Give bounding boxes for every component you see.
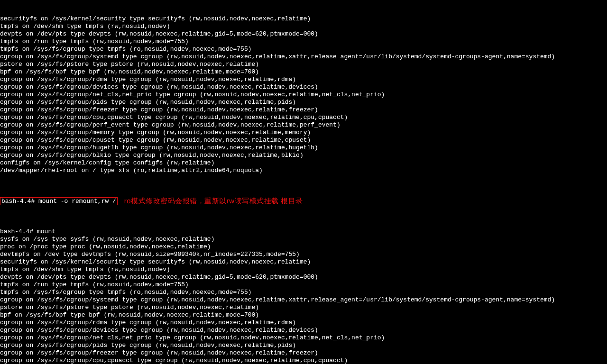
terminal-output-line: devtmpfs on /dev type devtmpfs (rw,nosui… — [0, 251, 607, 258]
terminal-output-line: securityfs on /sys/kernel/security type … — [0, 15, 607, 23]
annotation-text: ro模式修改密码会报错，重新以rw读写模式挂载 根目录 — [124, 197, 303, 205]
terminal-output-line: cgroup on /sys/fs/cgroup/cpu,cpuacct typ… — [0, 114, 607, 121]
terminal-output-line: bash-4.4# mount — [0, 228, 607, 236]
terminal-output-line: cgroup on /sys/fs/cgroup/perf_event type… — [0, 121, 607, 129]
terminal-output-line: tmpfs on /dev/shm type tmpfs (rw,nosuid,… — [0, 266, 607, 273]
terminal-output-line: bpf on /sys/fs/bpf type bpf (rw,nosuid,n… — [0, 68, 607, 76]
terminal-output-line: cgroup on /sys/fs/cgroup/cpu,cpuacct typ… — [0, 357, 607, 364]
terminal-output-line: cgroup on /sys/fs/cgroup/net_cls,net_pri… — [0, 334, 607, 342]
terminal-output-line: cgroup on /sys/fs/cgroup/cpuset type cgr… — [0, 136, 607, 144]
terminal-window[interactable]: securityfs on /sys/kernel/security type … — [0, 0, 607, 364]
remount-command-box: bash-4.4# mount -o remount,rw / — [0, 197, 118, 205]
terminal-output-line: cgroup on /sys/fs/cgroup/pids type cgrou… — [0, 342, 607, 349]
terminal-output-line: securityfs on /sys/kernel/security type … — [0, 258, 607, 266]
terminal-output-line: proc on /proc type proc (rw,nosuid,nodev… — [0, 243, 607, 251]
terminal-output-line: tmpfs on /sys/fs/cgroup type tmpfs (ro,n… — [0, 289, 607, 296]
terminal-output-line: cgroup on /sys/fs/cgroup/blkio type cgro… — [0, 152, 607, 159]
command-line: bash-4.4# mount -o remount,rw /ro模式修改密码会… — [0, 197, 607, 205]
terminal-output-line: cgroup on /sys/fs/cgroup/rdma type cgrou… — [0, 76, 607, 83]
terminal-output-line: devpts on /dev/pts type devpts (rw,nosui… — [0, 30, 607, 38]
terminal-output-line: cgroup on /sys/fs/cgroup/systemd type cg… — [0, 296, 607, 304]
terminal-output-line: tmpfs on /dev/shm type tmpfs (rw,nosuid,… — [0, 23, 607, 30]
terminal-output-line: cgroup on /sys/fs/cgroup/rdma type cgrou… — [0, 319, 607, 327]
terminal-output-line: sysfs on /sys type sysfs (rw,nosuid,node… — [0, 236, 607, 243]
terminal-output-line: cgroup on /sys/fs/cgroup/devices type cg… — [0, 83, 607, 91]
terminal-output-line: pstore on /sys/fs/pstore type pstore (rw… — [0, 304, 607, 311]
terminal-output-line: tmpfs on /run type tmpfs (rw,nosuid,node… — [0, 38, 607, 46]
terminal-output-line: tmpfs on /sys/fs/cgroup type tmpfs (ro,n… — [0, 46, 607, 53]
terminal-output-line: pstore on /sys/fs/pstore type pstore (rw… — [0, 61, 607, 68]
terminal-output-line: cgroup on /sys/fs/cgroup/freezer type cg… — [0, 106, 607, 114]
terminal-output-line: cgroup on /sys/fs/cgroup/hugetlb type cg… — [0, 144, 607, 152]
terminal-output-line: cgroup on /sys/fs/cgroup/systemd type cg… — [0, 53, 607, 61]
terminal-output-line: cgroup on /sys/fs/cgroup/net_cls,net_pri… — [0, 91, 607, 99]
terminal-output-line: cgroup on /sys/fs/cgroup/freezer type cg… — [0, 349, 607, 357]
terminal-output-line: bpf on /sys/fs/bpf type bpf (rw,nosuid,n… — [0, 311, 607, 319]
terminal-output-line: /dev/mapper/rhel-root on / type xfs (ro,… — [0, 167, 607, 174]
terminal-output-line: cgroup on /sys/fs/cgroup/devices type cg… — [0, 327, 607, 334]
terminal-output-line: configfs on /sys/kernel/config type conf… — [0, 159, 607, 167]
terminal-output-line: tmpfs on /run type tmpfs (rw,nosuid,node… — [0, 281, 607, 289]
terminal-output-line: devpts on /dev/pts type devpts (rw,nosui… — [0, 273, 607, 281]
terminal-output-line: cgroup on /sys/fs/cgroup/memory type cgr… — [0, 129, 607, 136]
terminal-output-line: cgroup on /sys/fs/cgroup/pids type cgrou… — [0, 99, 607, 106]
